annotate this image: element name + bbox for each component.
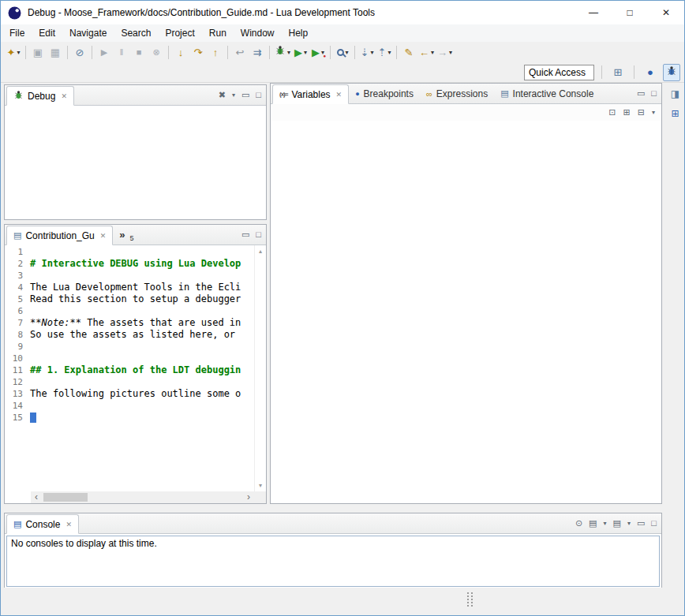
console-output-area[interactable]: No consoles to display at this time.	[6, 536, 660, 587]
debug-button[interactable]: ▾	[273, 43, 292, 61]
tab-debug[interactable]: Debug ✕	[6, 86, 74, 106]
code-line: 12	[5, 376, 254, 388]
back-button[interactable]: ← ▾	[417, 43, 436, 61]
maximize-view-icon[interactable]: □	[651, 89, 657, 98]
editor-horizontal-scrollbar[interactable]: ‹ ›	[31, 491, 254, 503]
line-number: 2	[5, 258, 30, 270]
variables-panel: (x)= Variables ✕ ● Breakpoints ∞ Express…	[270, 83, 662, 504]
disconnect-button[interactable]: ⊗	[148, 43, 165, 61]
menu-edit[interactable]: Edit	[32, 25, 62, 41]
maximize-view-icon[interactable]: □	[256, 230, 261, 239]
run-button[interactable]: ▶ ▾	[292, 43, 309, 61]
save-button[interactable]: ▣	[29, 43, 47, 61]
line-text: The following pictures outline some o	[30, 388, 241, 400]
dropdown-caret-icon: ▾	[287, 49, 290, 56]
minimize-view-icon[interactable]: ▭	[241, 230, 249, 239]
skip-breakpoints-icon: ⊘	[76, 47, 84, 58]
debug-view-content	[5, 106, 266, 219]
close-tab-icon[interactable]: ✕	[66, 521, 72, 528]
maximize-window-button[interactable]: □	[612, 1, 648, 24]
save-all-button[interactable]: ▦	[47, 43, 64, 61]
dropdown-caret-icon[interactable]: ▾	[604, 521, 607, 527]
line-number: 9	[5, 341, 30, 353]
menu-window[interactable]: Window	[234, 25, 282, 41]
open-perspective-button[interactable]: ⊞	[609, 64, 627, 81]
scroll-left-icon[interactable]: ‹	[31, 491, 42, 503]
show-logical-structure-icon[interactable]: ⊞	[623, 108, 631, 117]
quick-access-field[interactable]: Quick Access	[524, 65, 594, 80]
step-return-button[interactable]: ↑	[207, 43, 224, 61]
editor-vertical-scrollbar[interactable]: ▴ ▾	[254, 245, 266, 491]
close-tab-icon[interactable]: ✕	[336, 91, 342, 99]
status-trim-grip[interactable]	[467, 592, 474, 607]
minimize-view-icon[interactable]: ▭	[637, 89, 645, 98]
tab-breakpoints[interactable]: ● Breakpoints	[349, 84, 420, 103]
external-tools-button[interactable]: ▶ ● ▾	[309, 43, 327, 61]
menu-search[interactable]: Search	[114, 25, 158, 41]
view-menu-icon[interactable]: ▾	[232, 92, 235, 99]
debug-view-panel: Debug ✕ ✖ ▾ ▭ □	[4, 84, 267, 220]
sash-editor-console[interactable]	[4, 504, 662, 513]
maximize-view-icon[interactable]: □	[256, 91, 261, 99]
line-text-rest: The assets that are used in	[81, 317, 241, 328]
menu-help[interactable]: Help	[282, 25, 316, 41]
debug-perspective-button[interactable]	[663, 64, 680, 81]
minimize-view-icon[interactable]: ▭	[637, 519, 645, 528]
minimize-view-icon[interactable]: ▭	[241, 91, 249, 99]
skip-breakpoints-button[interactable]: ⊘	[71, 43, 88, 61]
menu-run[interactable]: Run	[202, 25, 234, 41]
minimize-window-button[interactable]: —	[575, 1, 612, 24]
close-window-button[interactable]: ✕	[648, 1, 684, 24]
restore-minimized-view-button[interactable]: ◨	[667, 85, 684, 103]
view-menu-icon[interactable]: ▾	[652, 110, 655, 116]
tab-interactive-console[interactable]: ▤ Interactive Console	[494, 84, 600, 103]
menu-project[interactable]: Project	[158, 25, 201, 41]
remove-all-terminated-icon[interactable]: ✖	[219, 91, 226, 99]
tab-console[interactable]: ▤ Console ✕	[6, 514, 79, 534]
next-annotation-button[interactable]: ⇣ ▾	[358, 43, 376, 61]
tab-expressions[interactable]: ∞ Expressions	[420, 84, 494, 103]
editor-tab-overflow[interactable]: »5	[113, 225, 140, 245]
toolbar-separator	[227, 46, 228, 59]
use-step-filters-button[interactable]: ⇉	[249, 43, 266, 61]
previous-annotation-button[interactable]: ⇡ ▾	[376, 43, 393, 61]
last-edit-location-button[interactable]: ✎	[400, 43, 417, 61]
dropdown-caret-icon[interactable]: ▾	[627, 521, 631, 527]
step-over-button[interactable]: ↷	[189, 43, 207, 61]
maximize-view-icon[interactable]: □	[651, 519, 657, 528]
scrollbar-track[interactable]	[42, 491, 243, 503]
resume-button[interactable]: ▶	[95, 43, 113, 61]
sash-debug-editor[interactable]	[4, 220, 267, 224]
scroll-up-icon[interactable]: ▴	[259, 248, 262, 255]
pin-console-icon[interactable]: ⊙	[575, 519, 582, 528]
tab-variables[interactable]: (x)= Variables ✕	[272, 84, 349, 104]
menu-navigate[interactable]: Navigate	[62, 25, 114, 41]
show-type-names-icon[interactable]: ⊡	[608, 108, 616, 117]
display-selected-console-icon[interactable]: ▤	[589, 519, 597, 528]
collapse-all-icon[interactable]: ⊟	[638, 108, 645, 117]
debug-view-icon	[13, 90, 24, 103]
scroll-down-icon[interactable]: ▾	[259, 482, 262, 489]
step-into-button[interactable]: ↓	[172, 43, 189, 61]
debug-view-toolbar: ✖ ▾ ▭ □	[219, 91, 266, 99]
tab-interactive-console-label: Interactive Console	[513, 88, 594, 99]
terminate-button[interactable]: ■	[130, 43, 148, 61]
drop-to-frame-button[interactable]: ↩	[231, 43, 249, 61]
new-wizard-button[interactable]: ✦ ▾	[5, 43, 22, 61]
save-icon: ▣	[33, 47, 43, 58]
tab-contribution-guide[interactable]: ▤ Contribution_Gu ✕	[6, 226, 113, 245]
editor-text-area[interactable]: 1 2 # Interactive DEBUG using Lua Develo…	[5, 245, 254, 491]
lua-perspective-button[interactable]: ●	[642, 64, 659, 81]
forward-button[interactable]: → ▾	[436, 43, 454, 61]
lua-perspective-icon: ●	[647, 67, 653, 77]
close-tab-icon[interactable]: ✕	[61, 92, 67, 100]
search-button[interactable]: ▾	[334, 43, 351, 61]
close-tab-icon[interactable]: ✕	[100, 232, 107, 240]
menu-file[interactable]: File	[2, 25, 32, 41]
sash-left-right[interactable]	[267, 83, 270, 504]
scroll-right-icon[interactable]: ›	[243, 491, 254, 503]
open-console-icon[interactable]: ▤	[613, 519, 621, 528]
scrollbar-thumb[interactable]	[43, 493, 88, 502]
restore-minimized-view-button[interactable]: ⊞	[667, 105, 684, 122]
suspend-button[interactable]: ‖	[113, 43, 130, 61]
